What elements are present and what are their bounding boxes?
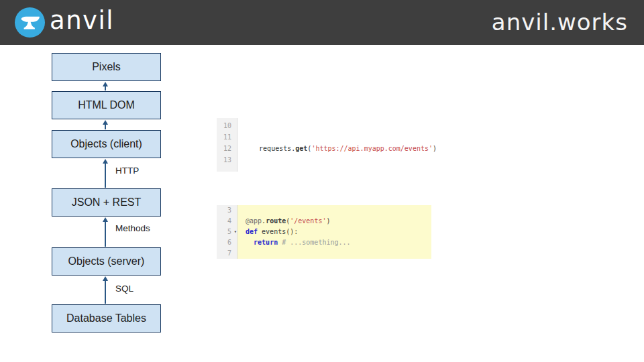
code-line: 12 requests.get('https://api.myapp.com/e… — [217, 143, 438, 154]
code-text: requests.get('https://api.myapp.com/even… — [237, 143, 438, 154]
diagram-box-objects-client: Objects (client) — [52, 130, 161, 158]
line-number: 4 — [217, 216, 237, 227]
code-snippet-server: 34@app.route('/events')5▾def events():6 … — [217, 205, 431, 259]
code-line: 6 return # ...something... — [217, 237, 431, 248]
diagram-box-pixels: Pixels — [52, 53, 161, 81]
up-arrow-rest-to-client — [103, 159, 108, 188]
code-text — [237, 120, 438, 131]
up-arrow-dom-to-pixels — [103, 82, 108, 90]
line-number: 5▾ — [217, 227, 237, 237]
diagram-box-json-rest: JSON + REST — [52, 188, 161, 217]
code-line: 11 — [217, 131, 438, 143]
line-number: 13 — [217, 154, 237, 166]
code-text — [237, 205, 431, 216]
fold-arrow-icon: ▾ — [234, 227, 237, 237]
connection-label-methods: Methods — [115, 223, 150, 233]
code-line: 5▾def events(): — [217, 227, 431, 237]
line-number: 7 — [217, 248, 237, 259]
diagram-box-objects-server: Objects (server) — [52, 247, 161, 276]
code-line: 10 — [217, 120, 438, 131]
line-number: 3 — [217, 205, 237, 216]
site-wordmark: anvil.works — [492, 9, 628, 36]
code-text — [237, 131, 438, 143]
diagram-box-database-tables: Database Tables — [52, 304, 161, 333]
code-text: def events(): — [237, 227, 431, 237]
code-line: 13 — [217, 154, 438, 166]
code-text — [237, 154, 438, 166]
connection-label-sql: SQL — [115, 284, 133, 294]
slide: anvil anvil.works Pixels HTML DOM Object… — [0, 0, 644, 362]
code-text — [237, 248, 431, 259]
code-text: @app.route('/events') — [237, 216, 431, 227]
header-bar: anvil anvil.works — [0, 0, 644, 45]
line-number: 12 — [217, 143, 237, 154]
connection-label-http: HTTP — [115, 166, 139, 176]
anvil-logo — [15, 7, 45, 38]
code-text: return # ...something... — [237, 237, 431, 248]
up-arrow-db-to-server — [103, 276, 108, 304]
anvil-icon — [20, 15, 40, 30]
up-arrow-server-to-rest — [103, 217, 108, 247]
diagram-box-html-dom: HTML DOM — [52, 91, 161, 119]
code-snippet-client: 101112 requests.get('https://api.myapp.c… — [217, 118, 438, 172]
line-number: 10 — [217, 120, 237, 131]
up-arrow-client-to-dom — [103, 120, 108, 129]
code-line: 7 — [217, 248, 431, 259]
code-line: 3 — [217, 205, 431, 216]
line-number: 11 — [217, 131, 237, 143]
code-line: 4@app.route('/events') — [217, 216, 431, 227]
line-number: 6 — [217, 237, 237, 248]
logo-wordmark: anvil — [50, 6, 114, 35]
